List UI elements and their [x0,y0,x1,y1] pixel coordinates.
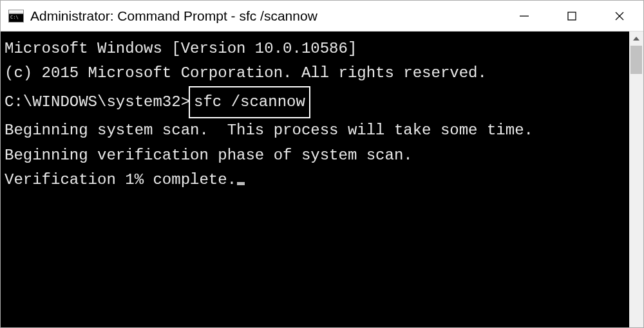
svg-rect-1 [568,12,576,20]
vertical-scrollbar[interactable] [629,32,643,327]
client-area: Microsoft Windows [Version 10.0.10586](c… [1,32,643,327]
svg-marker-4 [633,37,639,41]
terminal-line: Microsoft Windows [Version 10.0.10586] [5,37,629,61]
minimize-button[interactable] [500,1,548,31]
cursor-icon [237,182,245,185]
verification-text: Verification 1% complete. [5,171,236,188]
window-title: Administrator: Command Prompt - sfc /sca… [30,8,500,24]
cmd-icon: C:\ [8,10,24,23]
window-controls [500,1,643,31]
terminal-line: Beginning verification phase of system s… [5,143,629,168]
command-highlight: sfc /scannow [189,86,310,118]
close-button[interactable] [596,1,643,31]
terminal-prompt-line: C:\WINDOWS\system32>sfc /scannow [5,86,629,118]
cmd-window: C:\ Administrator: Command Prompt - sfc … [0,0,644,328]
prompt-path: C:\WINDOWS\system32> [5,93,190,111]
terminal-line: Verification 1% complete. [5,168,629,192]
scroll-up-button[interactable] [629,32,643,46]
scroll-track[interactable] [629,46,643,327]
terminal-line: (c) 2015 Microsoft Corporation. All righ… [5,61,629,86]
scroll-thumb[interactable] [630,46,642,74]
terminal-output[interactable]: Microsoft Windows [Version 10.0.10586](c… [1,32,629,327]
maximize-button[interactable] [548,1,596,31]
titlebar[interactable]: C:\ Administrator: Command Prompt - sfc … [1,1,643,32]
terminal-line: Beginning system scan. This process will… [5,118,629,143]
